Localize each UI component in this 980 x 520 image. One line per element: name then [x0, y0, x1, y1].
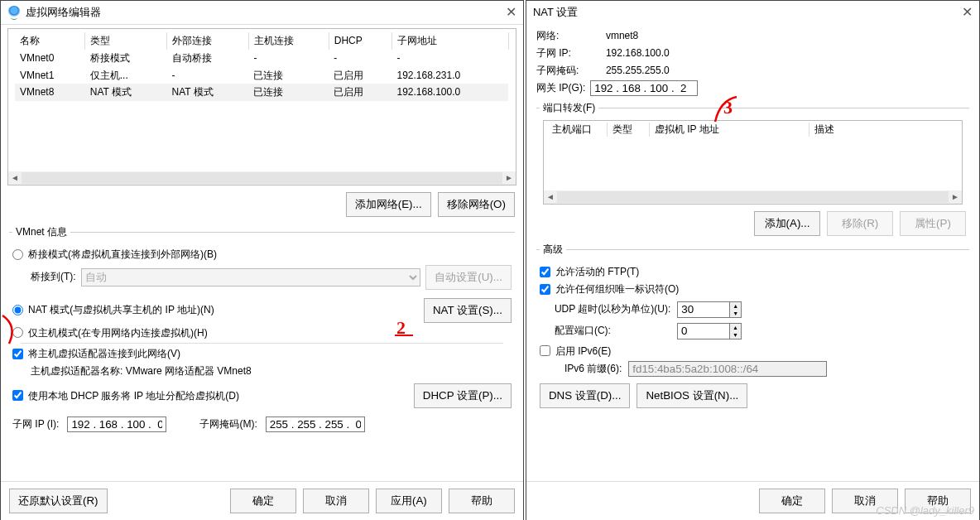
- subnet-ip-label: 子网 IP (I):: [12, 417, 59, 431]
- pf-props-button: 属性(P): [900, 211, 966, 236]
- column-header[interactable]: DHCP: [329, 32, 392, 50]
- network-value: vmnet8: [606, 29, 969, 43]
- table-row[interactable]: VMnet8NAT 模式NAT 模式已连接已启用192.168.100.0: [15, 84, 508, 101]
- spin-up-icon: ▲: [730, 302, 741, 310]
- vnet-editor-dialog: 虚拟网络编辑器 ✕ 名称类型外部连接主机连接DHCP子网地址 VMnet0桥接模…: [0, 0, 524, 520]
- column-header[interactable]: 名称: [15, 32, 85, 50]
- udp-timeout-label: UDP 超时(以秒为单位)(U):: [555, 302, 670, 316]
- host-adapter-checkbox[interactable]: 将主机虚拟适配器连接到此网络(V): [12, 347, 512, 361]
- mode-nat-radio[interactable]: NAT 模式(与虚拟机共享主机的 IP 地址)(N): [12, 303, 214, 317]
- spin-down-icon: ▼: [730, 310, 741, 317]
- scroll-left-icon[interactable]: ◄: [8, 171, 22, 185]
- bridge-to-select: 自动: [81, 268, 421, 286]
- gateway-ip-input[interactable]: [590, 80, 698, 96]
- scroll-right-icon[interactable]: ►: [502, 171, 516, 185]
- allow-ftp-checkbox[interactable]: 允许活动的 FTP(T): [540, 265, 966, 279]
- dhcp-settings-button[interactable]: DHCP 设置(P)...: [414, 383, 512, 408]
- subnet-ip-input[interactable]: [67, 416, 166, 432]
- enable-ipv6-checkbox[interactable]: 启用 IPv6(E): [540, 344, 966, 359]
- column-header[interactable]: 主机端口: [547, 123, 608, 137]
- table-row[interactable]: VMnet1仅主机...-已连接已启用192.168.231.0: [15, 67, 508, 84]
- vmnet-table[interactable]: 名称类型外部连接主机连接DHCP子网地址 VMnet0桥接模式自动桥接---VM…: [7, 28, 516, 185]
- app-icon: [7, 6, 21, 19]
- close-icon[interactable]: ✕: [962, 6, 973, 19]
- advanced-legend: 高级: [540, 243, 566, 257]
- restore-defaults-button[interactable]: 还原默认设置(R): [9, 489, 108, 513]
- window-title: 虚拟网络编辑器: [26, 5, 506, 20]
- udp-timeout-spin[interactable]: ▲▼: [677, 301, 742, 318]
- subnet-mask-input[interactable]: [266, 416, 365, 432]
- subnet-mask-label: 子网掩码(M):: [199, 417, 257, 431]
- horizontal-scrollbar[interactable]: ◄►: [544, 190, 962, 204]
- mode-hostonly-radio[interactable]: 仅主机模式(在专用网络内连接虚拟机)(H): [12, 326, 512, 340]
- subnet-mask-label: 子网掩码:: [536, 64, 601, 78]
- horizontal-scrollbar[interactable]: ◄►: [8, 171, 516, 185]
- netbios-settings-button[interactable]: NetBIOS 设置(N)...: [637, 383, 747, 408]
- add-network-button[interactable]: 添加网络(E)...: [346, 192, 431, 217]
- subnet-ip-value: 192.168.100.0: [606, 46, 969, 60]
- port-forward-legend: 端口转发(F): [540, 101, 598, 115]
- ok-button[interactable]: 确定: [230, 489, 296, 513]
- table-row[interactable]: VMnet0桥接模式自动桥接---: [15, 50, 508, 67]
- title-bar: 虚拟网络编辑器 ✕: [1, 1, 523, 25]
- config-port-label: 配置端口(C):: [555, 324, 670, 338]
- ipv6-prefix-label: IPv6 前缀(6):: [564, 362, 622, 376]
- column-header[interactable]: 类型: [608, 123, 650, 137]
- window-title: NAT 设置: [533, 5, 962, 20]
- column-header[interactable]: 子网地址: [392, 32, 508, 50]
- column-header[interactable]: 主机连接: [248, 32, 329, 50]
- config-port-spin[interactable]: ▲▼: [677, 323, 742, 339]
- bridge-to-label: 桥接到(T):: [31, 270, 76, 284]
- pf-remove-button: 移除(R): [827, 211, 893, 236]
- vmnet-info-legend: VMnet 信息: [12, 225, 70, 239]
- watermark: CSDN @lady_killer9: [876, 503, 974, 518]
- column-header[interactable]: 外部连接: [167, 32, 249, 50]
- dhcp-checkbox[interactable]: 使用本地 DHCP 服务将 IP 地址分配给虚拟机(D): [12, 389, 239, 403]
- vmnet-info-group: VMnet 信息 桥接模式(将虚拟机直接连接到外部网络)(B) 桥接到(T): …: [9, 225, 515, 434]
- host-adapter-name: 主机虚拟适配器名称: VMware 网络适配器 VMnet8: [31, 364, 512, 378]
- allow-oui-checkbox[interactable]: 允许任何组织唯一标识符(O): [540, 282, 966, 296]
- apply-button[interactable]: 应用(A): [376, 489, 442, 513]
- close-icon[interactable]: ✕: [506, 6, 516, 19]
- column-header[interactable]: 类型: [85, 32, 167, 50]
- gateway-ip-label: 网关 IP(G):: [536, 81, 585, 95]
- pf-add-button[interactable]: 添加(A)...: [754, 211, 820, 236]
- ok-button[interactable]: 确定: [759, 489, 825, 513]
- port-forward-table[interactable]: 主机端口类型虚拟机 IP 地址描述 ◄►: [543, 120, 963, 205]
- remove-network-button[interactable]: 移除网络(O): [438, 192, 515, 217]
- ipv6-prefix-input: [628, 361, 827, 377]
- subnet-ip-label: 子网 IP:: [536, 46, 601, 60]
- help-button[interactable]: 帮助: [449, 489, 515, 513]
- column-header[interactable]: 虚拟机 IP 地址: [650, 123, 809, 137]
- nat-settings-button[interactable]: NAT 设置(S)...: [424, 298, 512, 323]
- network-label: 网络:: [536, 29, 601, 43]
- mode-bridge-radio[interactable]: 桥接模式(将虚拟机直接连接到外部网络)(B): [12, 248, 512, 262]
- cancel-button[interactable]: 取消: [303, 489, 369, 513]
- bridge-auto-button: 自动设置(U)...: [425, 265, 512, 290]
- title-bar: NAT 设置 ✕: [526, 1, 979, 24]
- column-header[interactable]: 描述: [809, 123, 958, 137]
- dialog-footer: 还原默认设置(R) 确定 取消 应用(A) 帮助: [1, 481, 523, 520]
- dns-settings-button[interactable]: DNS 设置(D)...: [540, 383, 630, 408]
- subnet-mask-value: 255.255.255.0: [606, 64, 969, 78]
- nat-settings-dialog: NAT 设置 ✕ 网络:vmnet8 子网 IP:192.168.100.0 子…: [526, 0, 980, 520]
